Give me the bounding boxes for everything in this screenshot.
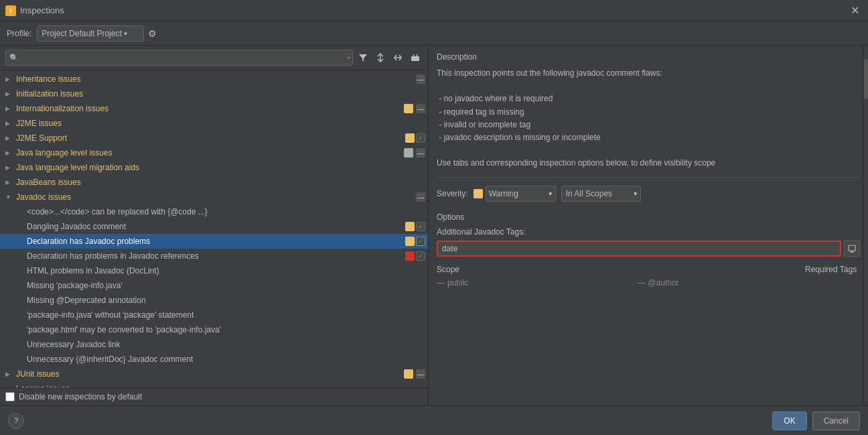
tree-item-label: Missing @Deprecated annotation (27, 296, 425, 305)
tree-item-javadoc-html[interactable]: HTML problems in Javadoc (DocLint) (0, 263, 428, 278)
tree-arrow: ▶ (5, 105, 13, 112)
check-box[interactable]: ✓ (416, 251, 425, 261)
tree-arrow: ▶ (5, 149, 13, 156)
help-button[interactable]: ? (8, 413, 24, 429)
tree-item-internationalization[interactable]: ▶ Internationalization issues — (0, 101, 428, 116)
browse-button[interactable] (844, 241, 860, 257)
tree-item-java-migration[interactable]: ▶ Java language level migration aids (0, 160, 428, 175)
scope-row-scope: public (447, 278, 468, 288)
scope-select[interactable]: In All Scopes In Current Scope (561, 186, 641, 202)
search-input-wrapper: 🔍 ▾ (5, 50, 353, 66)
color-dot (404, 369, 413, 379)
disable-new-inspections-checkbox[interactable] (5, 392, 15, 401)
window: I Inspections ✕ Profile: Project Default… (0, 0, 868, 435)
svg-marker-0 (359, 54, 367, 62)
minus-btn[interactable]: — (416, 192, 425, 202)
right-scrollbar[interactable] (863, 46, 868, 406)
scope-row-name: — public (437, 278, 638, 288)
severity-select[interactable]: Warning Error Weak Warning Information (486, 186, 556, 202)
ok-button[interactable]: OK (772, 412, 806, 430)
tree-item-javabeans[interactable]: ▶ JavaBeans issues (0, 175, 428, 190)
tree-item-label: Javadoc issues (16, 192, 412, 202)
indicator-area: — (404, 369, 425, 379)
gear-icon[interactable]: ⚙ (148, 28, 157, 39)
tree-item-label: Declaration has Javadoc problems (27, 237, 403, 246)
minus-btn[interactable]: — (416, 104, 425, 113)
tree-arrow: ▶ (5, 76, 13, 82)
cancel-button[interactable]: Cancel (812, 412, 860, 430)
check-box[interactable]: ✓ (416, 222, 425, 231)
tree-item-javadoc-package-info[interactable]: Missing 'package-info.java' (0, 278, 428, 293)
tree-list[interactable]: ▶ Inheritance issues — ▶ Initialization … (0, 70, 428, 387)
tree-item-junit[interactable]: ▶ JUnit issues — (0, 367, 428, 381)
bottom-bar: Disable new inspections by default (0, 387, 428, 406)
expand-all-button[interactable] (373, 50, 388, 65)
svg-line-4 (413, 54, 414, 56)
clear-button[interactable] (408, 50, 423, 65)
tree-item-label: HTML problems in Javadoc (DocLint) (27, 266, 425, 275)
scope-table-row: — public — @author (437, 277, 860, 289)
minus-btn[interactable]: — (416, 74, 425, 84)
check-box[interactable]: ✓ (416, 237, 425, 246)
indicator-area: ✓ (405, 237, 425, 246)
check-box[interactable]: ✓ (416, 133, 425, 143)
close-button[interactable]: ✕ (847, 3, 863, 19)
minus-btn[interactable]: — (416, 148, 425, 158)
scrollbar-thumb[interactable] (864, 59, 868, 99)
scope-table-header: Scope Required Tags (437, 265, 860, 274)
tree-arrow: ▶ (5, 179, 13, 186)
content-area: 🔍 ▾ (0, 46, 868, 406)
tree-item-initialization[interactable]: ▶ Initialization issues (0, 86, 428, 101)
tree-item-javadoc-inherit-doc[interactable]: Unnecessary {@inheritDoc} Javadoc commen… (0, 352, 428, 367)
options-title: Options (437, 212, 860, 222)
tree-item-javadoc-unnecessary-link[interactable]: Unnecessary Javadoc link (0, 337, 428, 352)
indicator-area: ✓ (405, 222, 425, 231)
indicator-area: ✓ (405, 133, 425, 143)
indicator-area: ✓ (405, 251, 425, 261)
search-icon: 🔍 (9, 54, 19, 62)
tree-item-javadoc-package-stmt[interactable]: 'package-info.java' without 'package' st… (0, 308, 428, 322)
tree-item-javadoc-declaration[interactable]: Declaration has Javadoc problems ✓ (0, 234, 428, 249)
additional-tags-input[interactable] (437, 241, 841, 257)
tree-item-javadoc-deprecated[interactable]: Missing @Deprecated annotation (0, 293, 428, 308)
dialog-footer: ? OK Cancel (0, 406, 868, 435)
tree-item-javadoc-code[interactable]: <code>...</code> can be replaced with {@… (0, 204, 428, 219)
tree-item-j2me[interactable]: ▶ J2ME issues (0, 116, 428, 131)
tree-arrow: ▶ (5, 135, 13, 141)
title-bar: I Inspections ✕ (0, 0, 868, 21)
color-dot (404, 104, 413, 113)
tree-item-javadoc[interactable]: ▼ Javadoc issues — (0, 190, 428, 204)
tree-item-javadoc-references[interactable]: Declaration has problems in Javadoc refe… (0, 249, 428, 263)
svg-line-5 (417, 54, 417, 56)
description-text: This inspection points out the following… (437, 67, 860, 170)
search-dropdown-icon[interactable]: ▾ (348, 55, 350, 61)
tree-arrow: ▶ (5, 164, 13, 171)
scope-row-tag-value: @author (648, 278, 678, 288)
tree-item-j2me-support[interactable]: ▶ J2ME Support ✓ (0, 131, 428, 145)
filter-button[interactable] (356, 50, 370, 65)
tree-item-logging[interactable]: ▶ Logging issues (0, 381, 428, 387)
search-input[interactable] (5, 50, 353, 66)
tree-item-inheritance[interactable]: ▶ Inheritance issues — (0, 72, 428, 86)
tree-arrow: ▶ (5, 120, 13, 127)
tree-item-label: 'package.html' may be converted to 'pack… (27, 325, 425, 334)
collapse-all-button[interactable] (390, 50, 405, 65)
profile-select[interactable]: Project Default Project (37, 25, 144, 42)
profile-select-wrapper: Project Default Project (37, 25, 144, 42)
tree-item-javadoc-package-html[interactable]: 'package.html' may be converted to 'pack… (0, 322, 428, 337)
help-icon: ? (14, 416, 19, 426)
color-dot (405, 251, 415, 261)
severity-row: Severity: Warning Error Weak Warning Inf… (437, 186, 860, 202)
tree-item-label: JavaBeans issues (16, 178, 425, 187)
tree-item-label: <code>...</code> can be replaced with {@… (27, 207, 425, 216)
color-dot (405, 133, 415, 143)
tree-item-java-lang[interactable]: ▶ Java language level issues — (0, 145, 428, 160)
left-panel: 🔍 ▾ (0, 46, 429, 406)
tree-item-label: 'package-info.java' without 'package' st… (27, 310, 425, 320)
tree-arrow: ▼ (5, 194, 13, 200)
tree-item-label: Unnecessary Javadoc link (27, 340, 425, 349)
color-dot (404, 148, 413, 158)
minus-btn[interactable]: — (416, 369, 425, 379)
indicator-area: — (404, 148, 425, 158)
tree-item-javadoc-dangling[interactable]: Dangling Javadoc comment ✓ (0, 219, 428, 234)
